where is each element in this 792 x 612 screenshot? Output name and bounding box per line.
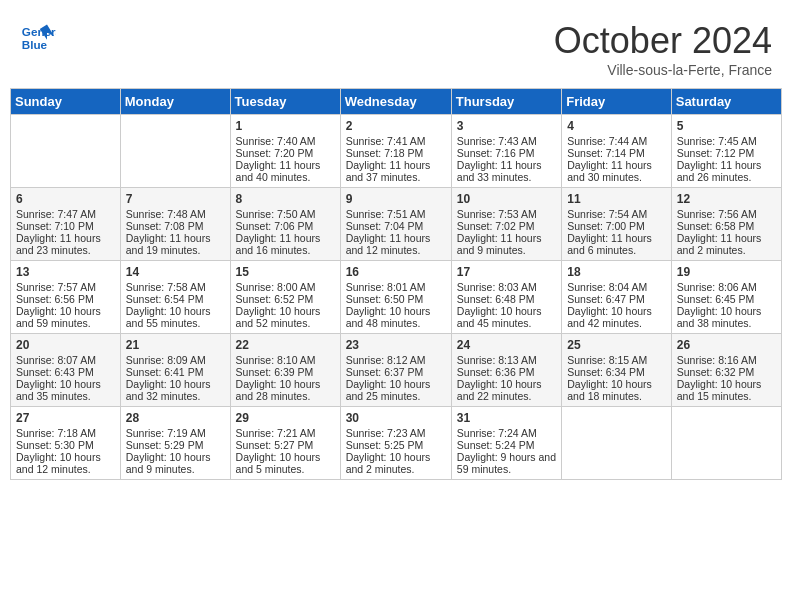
day-number: 31 [457,411,556,425]
sunset-text: Sunset: 6:58 PM [677,220,776,232]
sunrise-text: Sunrise: 7:47 AM [16,208,115,220]
daylight-text: Daylight: 10 hours and 22 minutes. [457,378,556,402]
day-number: 18 [567,265,666,279]
calendar-cell: 23Sunrise: 8:12 AMSunset: 6:37 PMDayligh… [340,334,451,407]
calendar-cell: 18Sunrise: 8:04 AMSunset: 6:47 PMDayligh… [562,261,672,334]
page-header: General Blue October 2024 Ville-sous-la-… [10,10,782,83]
sunrise-text: Sunrise: 7:19 AM [126,427,225,439]
calendar-cell: 1Sunrise: 7:40 AMSunset: 7:20 PMDaylight… [230,115,340,188]
sunset-text: Sunset: 6:47 PM [567,293,666,305]
sunrise-text: Sunrise: 7:40 AM [236,135,335,147]
day-number: 4 [567,119,666,133]
day-number: 22 [236,338,335,352]
daylight-text: Daylight: 10 hours and 45 minutes. [457,305,556,329]
day-number: 17 [457,265,556,279]
title-block: October 2024 Ville-sous-la-Ferte, France [554,20,772,78]
daylight-text: Daylight: 11 hours and 40 minutes. [236,159,335,183]
calendar-week-4: 20Sunrise: 8:07 AMSunset: 6:43 PMDayligh… [11,334,782,407]
sunrise-text: Sunrise: 7:57 AM [16,281,115,293]
sunrise-text: Sunrise: 8:12 AM [346,354,446,366]
sunrise-text: Sunrise: 8:01 AM [346,281,446,293]
calendar-cell: 12Sunrise: 7:56 AMSunset: 6:58 PMDayligh… [671,188,781,261]
day-number: 8 [236,192,335,206]
sunset-text: Sunset: 7:06 PM [236,220,335,232]
sunset-text: Sunset: 6:41 PM [126,366,225,378]
calendar-week-3: 13Sunrise: 7:57 AMSunset: 6:56 PMDayligh… [11,261,782,334]
sunrise-text: Sunrise: 7:23 AM [346,427,446,439]
daylight-text: Daylight: 10 hours and 38 minutes. [677,305,776,329]
day-number: 7 [126,192,225,206]
day-number: 3 [457,119,556,133]
daylight-text: Daylight: 10 hours and 15 minutes. [677,378,776,402]
sunrise-text: Sunrise: 7:48 AM [126,208,225,220]
calendar-week-2: 6Sunrise: 7:47 AMSunset: 7:10 PMDaylight… [11,188,782,261]
sunset-text: Sunset: 6:36 PM [457,366,556,378]
weekday-header-wednesday: Wednesday [340,89,451,115]
day-number: 9 [346,192,446,206]
sunset-text: Sunset: 7:18 PM [346,147,446,159]
sunset-text: Sunset: 5:29 PM [126,439,225,451]
sunrise-text: Sunrise: 7:44 AM [567,135,666,147]
day-number: 2 [346,119,446,133]
sunset-text: Sunset: 7:10 PM [16,220,115,232]
day-number: 27 [16,411,115,425]
weekday-header-tuesday: Tuesday [230,89,340,115]
calendar-cell: 14Sunrise: 7:58 AMSunset: 6:54 PMDayligh… [120,261,230,334]
logo-icon: General Blue [20,20,56,56]
weekday-header-thursday: Thursday [451,89,561,115]
daylight-text: Daylight: 10 hours and 25 minutes. [346,378,446,402]
day-number: 14 [126,265,225,279]
daylight-text: Daylight: 11 hours and 19 minutes. [126,232,225,256]
daylight-text: Daylight: 11 hours and 6 minutes. [567,232,666,256]
calendar-cell: 5Sunrise: 7:45 AMSunset: 7:12 PMDaylight… [671,115,781,188]
sunrise-text: Sunrise: 8:03 AM [457,281,556,293]
calendar-cell: 10Sunrise: 7:53 AMSunset: 7:02 PMDayligh… [451,188,561,261]
calendar-cell: 3Sunrise: 7:43 AMSunset: 7:16 PMDaylight… [451,115,561,188]
calendar-cell: 2Sunrise: 7:41 AMSunset: 7:18 PMDaylight… [340,115,451,188]
calendar-cell: 7Sunrise: 7:48 AMSunset: 7:08 PMDaylight… [120,188,230,261]
calendar-cell: 11Sunrise: 7:54 AMSunset: 7:00 PMDayligh… [562,188,672,261]
day-number: 6 [16,192,115,206]
daylight-text: Daylight: 11 hours and 12 minutes. [346,232,446,256]
sunrise-text: Sunrise: 7:45 AM [677,135,776,147]
daylight-text: Daylight: 11 hours and 9 minutes. [457,232,556,256]
sunset-text: Sunset: 5:27 PM [236,439,335,451]
sunset-text: Sunset: 6:32 PM [677,366,776,378]
svg-text:Blue: Blue [22,38,48,51]
daylight-text: Daylight: 10 hours and 2 minutes. [346,451,446,475]
daylight-text: Daylight: 10 hours and 42 minutes. [567,305,666,329]
sunset-text: Sunset: 5:25 PM [346,439,446,451]
sunrise-text: Sunrise: 7:41 AM [346,135,446,147]
calendar-cell: 22Sunrise: 8:10 AMSunset: 6:39 PMDayligh… [230,334,340,407]
daylight-text: Daylight: 10 hours and 35 minutes. [16,378,115,402]
day-number: 12 [677,192,776,206]
sunset-text: Sunset: 7:12 PM [677,147,776,159]
day-number: 29 [236,411,335,425]
calendar-cell: 17Sunrise: 8:03 AMSunset: 6:48 PMDayligh… [451,261,561,334]
sunset-text: Sunset: 6:43 PM [16,366,115,378]
daylight-text: Daylight: 10 hours and 48 minutes. [346,305,446,329]
day-number: 28 [126,411,225,425]
location: Ville-sous-la-Ferte, France [554,62,772,78]
calendar-cell: 31Sunrise: 7:24 AMSunset: 5:24 PMDayligh… [451,407,561,480]
calendar-cell: 30Sunrise: 7:23 AMSunset: 5:25 PMDayligh… [340,407,451,480]
sunset-text: Sunset: 6:56 PM [16,293,115,305]
daylight-text: Daylight: 11 hours and 2 minutes. [677,232,776,256]
daylight-text: Daylight: 9 hours and 59 minutes. [457,451,556,475]
sunrise-text: Sunrise: 7:54 AM [567,208,666,220]
day-number: 24 [457,338,556,352]
daylight-text: Daylight: 11 hours and 30 minutes. [567,159,666,183]
calendar-week-1: 1Sunrise: 7:40 AMSunset: 7:20 PMDaylight… [11,115,782,188]
sunrise-text: Sunrise: 8:07 AM [16,354,115,366]
day-number: 5 [677,119,776,133]
day-number: 16 [346,265,446,279]
calendar-cell: 13Sunrise: 7:57 AMSunset: 6:56 PMDayligh… [11,261,121,334]
calendar-cell: 24Sunrise: 8:13 AMSunset: 6:36 PMDayligh… [451,334,561,407]
sunrise-text: Sunrise: 8:09 AM [126,354,225,366]
sunrise-text: Sunrise: 8:13 AM [457,354,556,366]
sunrise-text: Sunrise: 8:10 AM [236,354,335,366]
month-title: October 2024 [554,20,772,62]
calendar-cell: 19Sunrise: 8:06 AMSunset: 6:45 PMDayligh… [671,261,781,334]
day-number: 11 [567,192,666,206]
daylight-text: Daylight: 11 hours and 33 minutes. [457,159,556,183]
